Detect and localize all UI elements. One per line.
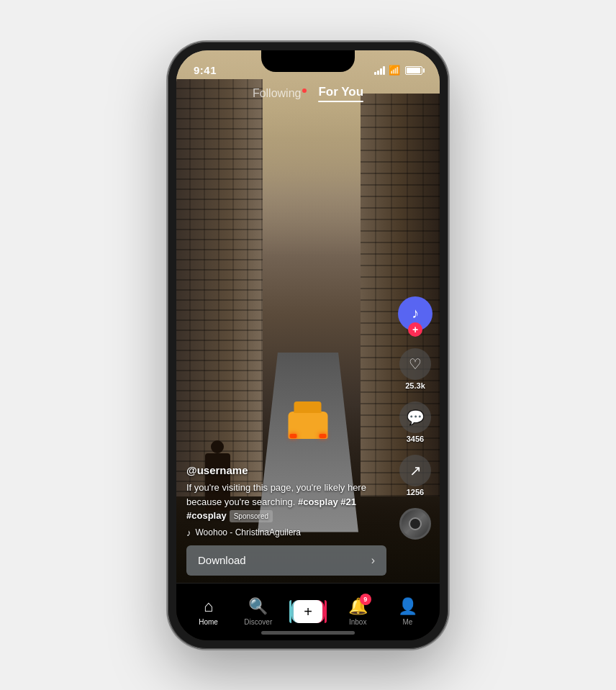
tiktok-logo-icon: ♪ bbox=[412, 305, 419, 322]
following-tab[interactable]: Following bbox=[253, 87, 302, 100]
foryou-label: For You bbox=[318, 85, 363, 99]
comment-icon: 💬 bbox=[399, 401, 431, 433]
inbox-badge: 9 bbox=[360, 594, 371, 605]
music-disc[interactable] bbox=[399, 508, 431, 540]
taxi bbox=[289, 412, 328, 439]
signal-bars-icon bbox=[374, 66, 385, 75]
download-label: Download bbox=[198, 554, 246, 566]
taxi-light-right bbox=[320, 434, 327, 438]
signal-bar-2 bbox=[377, 71, 379, 75]
nav-item-create[interactable]: + bbox=[283, 600, 332, 623]
search-icon: 🔍 bbox=[248, 597, 268, 616]
foryou-underline bbox=[318, 101, 363, 102]
music-title: Woohoo - ChristinaAguilera bbox=[196, 527, 302, 537]
share-count: 1256 bbox=[407, 488, 424, 496]
inbox-label: Inbox bbox=[349, 618, 366, 626]
home-indicator bbox=[261, 631, 355, 635]
foryou-tab[interactable]: For You bbox=[318, 85, 363, 102]
creator-username[interactable]: @username bbox=[186, 464, 386, 476]
battery-icon bbox=[405, 66, 422, 75]
profile-icon: 👤 bbox=[398, 597, 417, 616]
nav-item-inbox[interactable]: 🔔 9 Inbox bbox=[333, 597, 383, 626]
signal-bar-1 bbox=[374, 72, 376, 75]
nav-item-discover[interactable]: 🔍 Discover bbox=[233, 597, 283, 626]
creator-avatar-container: ♪ + bbox=[398, 296, 432, 331]
battery-fill bbox=[407, 68, 420, 73]
plus-icon: + bbox=[294, 600, 322, 623]
download-arrow-icon: › bbox=[371, 554, 375, 567]
taxi-lights bbox=[290, 433, 327, 439]
me-label: Me bbox=[402, 618, 412, 626]
discover-label: Discover bbox=[244, 618, 272, 626]
share-icon: ↗ bbox=[399, 455, 431, 486]
download-button[interactable]: Download › bbox=[186, 545, 386, 576]
notification-dot bbox=[302, 88, 307, 93]
phone-screen: 9:41 📶 Following For You bbox=[176, 50, 440, 640]
status-icons: 📶 bbox=[374, 65, 422, 76]
nav-item-home[interactable]: ⌂ Home bbox=[184, 597, 233, 626]
follow-button[interactable]: + bbox=[408, 322, 422, 337]
like-button[interactable]: ♡ 25.3k bbox=[399, 348, 431, 390]
nav-item-me[interactable]: 👤 Me bbox=[383, 597, 432, 626]
top-navigation: Following For You bbox=[176, 82, 440, 102]
comment-count: 3456 bbox=[407, 435, 424, 443]
wifi-icon: 📶 bbox=[389, 65, 400, 76]
signal-bar-4 bbox=[383, 66, 385, 75]
phone-frame: 9:41 📶 Following For You bbox=[168, 42, 448, 649]
create-button[interactable]: + bbox=[291, 600, 325, 623]
bottom-content-overlay: @username If you're visiting this page, … bbox=[176, 464, 397, 583]
video-description: If you're visiting this page, you're lik… bbox=[186, 481, 386, 523]
following-label: Following bbox=[253, 87, 302, 99]
home-label: Home bbox=[199, 618, 218, 626]
building-left bbox=[176, 79, 263, 496]
home-icon: ⌂ bbox=[204, 597, 213, 616]
comment-button[interactable]: 💬 3456 bbox=[399, 401, 431, 443]
share-button[interactable]: ↗ 1256 bbox=[399, 455, 431, 496]
like-count: 25.3k bbox=[405, 381, 425, 390]
phone-notch bbox=[261, 50, 355, 72]
music-info[interactable]: ♪ Woohoo - ChristinaAguilera bbox=[186, 527, 386, 538]
music-note-icon: ♪ bbox=[186, 527, 191, 538]
sponsored-badge: Sponsored bbox=[230, 510, 273, 522]
heart-icon: ♡ bbox=[399, 348, 431, 380]
signal-bar-3 bbox=[380, 68, 382, 75]
right-sidebar: ♪ + ♡ 25.3k 💬 3456 ↗ 1256 bbox=[398, 296, 432, 540]
status-time: 9:41 bbox=[194, 64, 217, 76]
taxi-light-left bbox=[290, 434, 297, 438]
